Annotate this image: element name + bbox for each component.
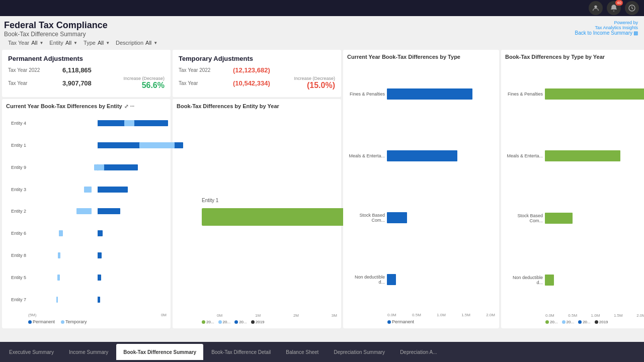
type-chart-title: Current Year Book-Tax Differences by Typ… [347, 54, 495, 60]
year-type-bar [545, 275, 554, 286]
clock-icon[interactable] [625, 1, 639, 15]
svg-point-0 [594, 6, 597, 8]
year-type-rows: Fines & PenaltiesMeals & Enterta...Stock… [505, 63, 644, 311]
year-type-row: Meals & Enterta... [505, 150, 644, 161]
type-bar [387, 150, 457, 161]
entity-chart: Entity 4Entity 1Entity 9Entity 3Entity 2… [6, 112, 167, 324]
entity-axis: (5M) 0M [6, 313, 167, 317]
powered-by: Powered by Tax Analytics Insights Back t… [575, 20, 638, 36]
temporary-bar [139, 142, 175, 148]
entity-row: Entity 5 [6, 272, 167, 283]
type-legend: Permanent [347, 319, 495, 324]
permanent-bar [98, 275, 101, 281]
type-row: Meals & Enterta... [347, 150, 495, 161]
permanent-adj-title: Permanent Adjustments [8, 55, 165, 62]
year-entity-label: Entity 1 [202, 198, 337, 203]
temp-row1-label: Tax Year 2022 [179, 67, 229, 73]
year-type-row: Non deductible d... [505, 275, 644, 286]
tab-income-summary[interactable]: Income Summary [62, 344, 115, 360]
year-type-bar [545, 88, 644, 100]
temporary-bar [94, 164, 104, 170]
page-title: Federal Tax Compliance [4, 20, 108, 31]
entity-row: Entity 1 [6, 140, 167, 151]
permanent-bar [98, 208, 120, 214]
year-entity-chart-title: Book-Tax Differences by Entity by Year [177, 103, 337, 109]
header-section: Federal Tax Compliance Book-Tax Differen… [0, 16, 644, 50]
year-type-chart-card: Book-Tax Differences by Type by Year Fin… [501, 50, 644, 328]
temporary-legend-dot [61, 320, 64, 324]
perm-row1-value: 6,118,865 [62, 66, 92, 74]
filter-bar: Tax Year All ▼ Entity All ▼ Type All ▼ D… [4, 38, 638, 48]
tab-depreciation-summary[interactable]: Depreciation Summary [327, 344, 392, 360]
year-type-axis: 0.0M 0.5M 1.0M 1.5M 2.0M [505, 313, 644, 318]
temporary-bar [57, 275, 60, 281]
entity-filter[interactable]: Entity All ▼ [49, 40, 77, 46]
more-icon[interactable]: ··· [130, 104, 134, 109]
year-type-bar [545, 150, 620, 161]
perm-row2-label: Tax Year [8, 80, 58, 86]
type-row: Stock Based Com... [347, 212, 495, 223]
permanent-bar [98, 297, 100, 303]
entity-row: Entity 2 [6, 206, 167, 217]
page-subtitle: Book-Tax Difference Summary [4, 31, 108, 38]
description-filter[interactable]: Description All ▼ [116, 40, 157, 46]
back-to-income-link[interactable]: Back to Income Summary ▩ [575, 30, 638, 36]
type-bar [387, 88, 472, 100]
entity-row: Entity 6 [6, 228, 167, 239]
entity-row: Entity 3 [6, 184, 167, 195]
type-row: Non deductible d... [347, 274, 495, 285]
year-bar-green [202, 208, 348, 226]
entity-chart-title: Current Year Book-Tax Differences by Ent… [6, 103, 167, 109]
permanent-bar [98, 187, 128, 193]
permanent-adjustments-card: Permanent Adjustments Tax Year 2022 6,11… [2, 50, 171, 97]
perm-increase-value: 56.6% [142, 81, 165, 90]
entity-row: Entity 9 [6, 162, 167, 173]
year-type-legend: 20... 20... 20... 2019 [505, 320, 644, 324]
year-chart: Entity 1 0M 1M 2M 3M 20... 20... [177, 112, 337, 324]
year-type-row: Fines & Penalties [505, 88, 644, 100]
tab-book-tax-difference-detail[interactable]: Book-Tax Difference Detail [204, 344, 278, 360]
temporary-bar [76, 208, 92, 214]
entity-row: Entity 8 [6, 250, 167, 261]
year-type-chart-title: Book-Tax Differences by Type by Year [505, 54, 644, 60]
year-entity-axis: 0M 1M 2M 3M [177, 313, 337, 318]
type-chart-card: Current Year Book-Tax Differences by Typ… [343, 50, 499, 328]
temporary-bar [56, 297, 58, 303]
year-type-row: Stock Based Com... [505, 213, 644, 224]
main-content: Federal Tax Compliance Book-Tax Differen… [0, 16, 644, 342]
temp-row1-value: (12,123,682) [233, 66, 270, 74]
notification-badge: 40 [615, 0, 623, 6]
permanent-bar [98, 230, 103, 236]
tab-book-tax-difference-summary[interactable]: Book-Tax Difference Summary [116, 344, 203, 360]
top-bar: 40 [0, 0, 644, 16]
type-filter[interactable]: Type All ▼ [84, 40, 110, 46]
perm-row1-label: Tax Year 2022 [8, 67, 58, 73]
expand-icon[interactable]: ⤢ [124, 104, 128, 109]
permanent-legend-dot [28, 320, 32, 324]
bottom-tabs: Executive SummaryIncome SummaryBook-Tax … [0, 342, 644, 362]
tax-year-filter[interactable]: Tax Year All ▼ [8, 40, 43, 46]
tab-balance-sheet[interactable]: Balance Sheet [279, 344, 326, 360]
tab-executive-summary[interactable]: Executive Summary [2, 344, 61, 360]
entity-row: Entity 7 [6, 294, 167, 305]
temp-adj-title: Temporary Adjustments [179, 55, 335, 62]
temporary-bar [59, 230, 63, 236]
temp-increase-value: (15.0%) [307, 81, 335, 90]
type-row: Fines & Penalties [347, 88, 495, 100]
perm-row2-value: 3,907,708 [62, 79, 92, 87]
type-rows: Fines & PenaltiesMeals & Enterta...Stock… [347, 63, 495, 311]
entity-rows: Entity 4Entity 1Entity 9Entity 3Entity 2… [6, 112, 167, 311]
temp-row2-label: Tax Year [179, 80, 229, 86]
type-bar [387, 212, 407, 223]
year-type-bar [545, 213, 573, 224]
temporary-adjustments-card: Temporary Adjustments Tax Year 2022 (12,… [173, 50, 341, 97]
temp-row2-value: (10,542,334) [233, 79, 270, 87]
entity-legend: Permanent Temporary [6, 319, 167, 324]
temporary-bar [124, 120, 134, 126]
temporary-bar [58, 252, 60, 258]
user-icon[interactable] [589, 1, 603, 15]
type-axis: 0.0M 0.5M 1.0M 1.5M 2.0M [347, 313, 495, 317]
temporary-bar [84, 187, 92, 193]
permanent-bar [98, 252, 102, 258]
tab-depreciation-a[interactable]: Depreciation A... [393, 344, 444, 360]
